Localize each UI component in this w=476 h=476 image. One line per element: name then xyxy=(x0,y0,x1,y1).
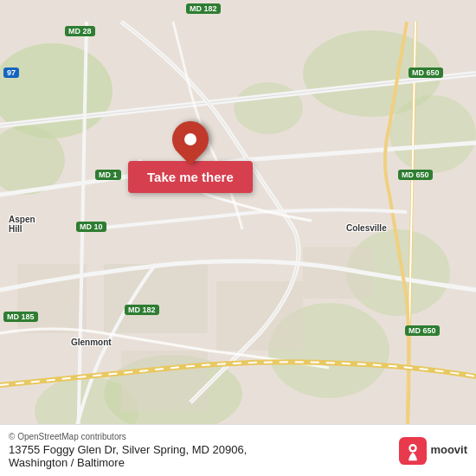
road-badge-md28: MD 28 xyxy=(65,26,95,36)
road-badge-md650-3: MD 650 xyxy=(405,325,440,336)
info-bar: © OpenStreetMap contributors 13755 Foggy… xyxy=(0,424,476,476)
road-badge-md182-bottom: MD 182 xyxy=(125,305,159,315)
road-badge-md10: MD 10 xyxy=(76,222,106,232)
address-line1: 13755 Foggy Glen Dr, Silver Spring, MD 2… xyxy=(9,443,247,456)
map-background xyxy=(0,0,476,476)
take-me-there-button[interactable]: Take me there xyxy=(128,161,253,193)
cta-popup: Take me there xyxy=(128,121,253,193)
place-label-colesville: Colesville xyxy=(346,223,387,233)
road-badge-md185: MD 185 xyxy=(3,312,38,322)
road-badge-md650-2: MD 650 xyxy=(398,170,433,180)
road-badge-md650-1: MD 650 xyxy=(408,68,443,78)
svg-point-4 xyxy=(389,95,476,173)
moovit-brand-name: moovit xyxy=(430,444,467,456)
road-badge-md182-top: MD 182 xyxy=(186,3,221,14)
place-label-aspen-hill: AspenHill xyxy=(9,215,35,234)
road-badge-97: 97 xyxy=(3,68,19,78)
road-badge-md1: MD 1 xyxy=(95,170,121,180)
moovit-logo: moovit xyxy=(399,437,467,465)
osm-attribution: © OpenStreetMap contributors xyxy=(9,432,247,441)
location-pin xyxy=(164,113,215,164)
svg-rect-14 xyxy=(121,351,208,411)
map-container: MD 182 MD 28 97 MD 650 MD 1 MD 10 MD 650… xyxy=(0,0,476,476)
info-bar-text: © OpenStreetMap contributors 13755 Foggy… xyxy=(9,432,247,469)
moovit-icon xyxy=(399,437,427,465)
svg-point-24 xyxy=(411,446,415,450)
address-line2: Washington / Baltimore xyxy=(9,456,247,469)
place-label-glenmont: Glenmont xyxy=(71,338,112,347)
